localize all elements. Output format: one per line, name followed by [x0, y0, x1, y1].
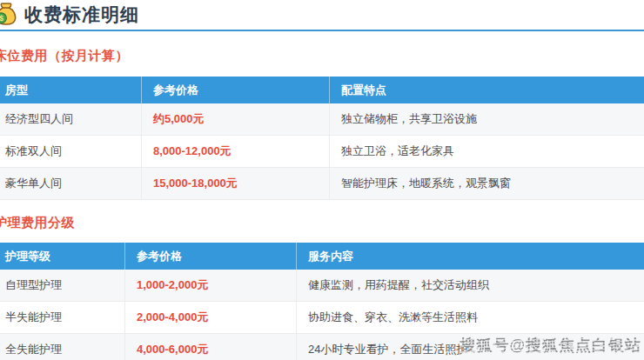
section-heading-nursing-fees: 护理费用分级 — [0, 215, 644, 230]
svg-text:$: $ — [0, 14, 3, 23]
table-row: 自理型护理 1,000-2,000元 健康监测，用药提醒，社交活动组织 — [0, 270, 644, 302]
table-header-row: 护理等级 参考价格 服务内容 — [0, 243, 644, 270]
cell-care-level: 半失能护理 — [0, 302, 124, 333]
cell-price: 4,000-6,000元 — [124, 334, 296, 360]
cell-services: 健康监测，用药提醒，社交活动组织 — [296, 270, 644, 301]
column-header-care-level: 护理等级 — [0, 243, 124, 270]
sohu-watermark: 搜狐号@搜狐焦点白银站 — [460, 335, 641, 356]
column-header-price: 参考价格 — [141, 77, 329, 103]
cell-price: 约5,000元 — [141, 103, 329, 135]
cell-features: 独立储物柜，共享卫浴设施 — [329, 103, 644, 135]
money-bag-icon: $ — [0, 2, 18, 30]
bed-fees-table: 房型 参考价格 配置特点 经济型四人间 约5,000元 独立储物柜，共享卫浴设施… — [0, 77, 644, 200]
cell-price: 2,000-4,000元 — [124, 302, 296, 333]
cell-room-type: 豪华单人间 — [0, 168, 141, 199]
column-header-price: 参考价格 — [124, 243, 296, 270]
table-row: 半失能护理 2,000-4,000元 协助进食、穿衣、洗漱等生活照料 — [0, 302, 644, 334]
section-heading-bed-fees: 床位费用（按月计算） — [0, 48, 644, 63]
cell-price: 8,000-12,000元 — [141, 136, 329, 167]
cell-room-type: 经济型四人间 — [0, 103, 141, 135]
table-header-row: 房型 参考价格 配置特点 — [0, 77, 644, 103]
column-header-features: 配置特点 — [329, 77, 644, 103]
header-divider — [0, 30, 644, 31]
column-header-services: 服务内容 — [296, 243, 644, 270]
article-page: $ 收费标准明细 床位费用（按月计算） 房型 参考价格 配置特点 经济型四人间 … — [0, 0, 644, 360]
cell-price: 1,000-2,000元 — [124, 270, 296, 301]
table-row: 经济型四人间 约5,000元 独立储物柜，共享卫浴设施 — [0, 103, 644, 136]
cell-features: 智能护理床，地暖系统，观景飘窗 — [329, 168, 644, 199]
cell-care-level: 自理型护理 — [0, 270, 124, 301]
page-title: 收费标准明细 — [24, 3, 139, 27]
page-header: $ 收费标准明细 — [0, 0, 644, 27]
cell-services: 协助进食、穿衣、洗漱等生活照料 — [296, 302, 644, 333]
cell-price: 15,000-18,000元 — [141, 168, 329, 199]
cell-room-type: 标准双人间 — [0, 136, 141, 167]
table-row: 豪华单人间 15,000-18,000元 智能护理床，地暖系统，观景飘窗 — [0, 168, 644, 200]
table-row: 标准双人间 8,000-12,000元 独立卫浴，适老化家具 — [0, 136, 644, 168]
cell-care-level: 全失能护理 — [0, 334, 124, 360]
column-header-room-type: 房型 — [0, 77, 141, 103]
cell-features: 独立卫浴，适老化家具 — [329, 136, 644, 167]
